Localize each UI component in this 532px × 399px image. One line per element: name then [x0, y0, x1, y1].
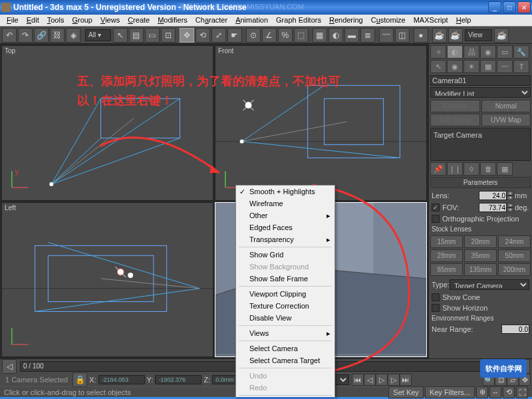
named-sets-button[interactable]: ▦	[313, 28, 327, 43]
stock-lens-button[interactable]: 50mm	[498, 249, 531, 262]
y-coord[interactable]	[155, 375, 201, 384]
context-menu-item[interactable]: Show Grid	[236, 249, 334, 261]
viewport-front[interactable]: Front	[215, 45, 427, 201]
select-button[interactable]: ↖	[113, 28, 128, 43]
tab-modify[interactable]: ◐	[447, 45, 463, 59]
stack-pin[interactable]: 📌	[430, 162, 446, 176]
normal-button[interactable]: Normal	[481, 100, 531, 112]
nav-dolly-button[interactable]: ↔	[489, 386, 501, 398]
close-button[interactable]: ✕	[517, 1, 531, 13]
showcone-checkbox[interactable]	[432, 293, 440, 301]
menu-character[interactable]: Character	[192, 15, 231, 26]
nav-orbit-button[interactable]: ⊕	[476, 386, 488, 398]
viewport-top[interactable]: Top y	[1, 45, 213, 201]
align-button[interactable]: ▬	[344, 28, 359, 43]
goto-start-button[interactable]: ⏮	[352, 374, 364, 386]
context-menu-item[interactable]: Texture Correction	[236, 300, 334, 312]
play-button[interactable]: ▷	[376, 374, 388, 386]
showhorizon-checkbox[interactable]	[432, 304, 440, 312]
fov-icon[interactable]	[432, 203, 440, 211]
subtab-4[interactable]: ▦	[480, 60, 496, 73]
spinner-snap-button[interactable]: ⬚	[294, 28, 309, 43]
mirror-button[interactable]: ◐	[329, 28, 343, 43]
tab-motion[interactable]: ◉	[480, 45, 496, 59]
object-name-field[interactable]	[430, 75, 531, 86]
curve-editor-button[interactable]: 〰	[379, 28, 394, 43]
stock-lens-button[interactable]: 28mm	[430, 249, 463, 262]
parameters-rollout[interactable]: Parameters	[430, 177, 531, 188]
quick-render-button[interactable]: ☕	[448, 28, 463, 43]
menu-tools[interactable]: Tools	[43, 15, 68, 26]
stock-lens-button[interactable]: 200mm	[498, 263, 531, 276]
stack-config[interactable]: ▦	[497, 162, 513, 176]
menu-help[interactable]: Help	[452, 15, 475, 26]
link-button[interactable]: 🔗	[34, 28, 49, 43]
modifier-list-dropdown[interactable]: Modifier List	[430, 87, 531, 98]
menu-group[interactable]: Group	[68, 15, 96, 26]
context-menu-item[interactable]: Wireframe	[236, 198, 334, 209]
tab-utilities[interactable]: 🔧	[513, 45, 529, 59]
context-menu-item[interactable]: Transparency	[236, 233, 334, 245]
x-coord[interactable]	[98, 375, 145, 384]
schematic-button[interactable]: ◫	[395, 28, 410, 43]
lock-button[interactable]: 🔒	[72, 372, 87, 387]
maximize-button[interactable]: □	[503, 1, 516, 13]
menu-maxscript[interactable]: MAXScript	[410, 15, 452, 26]
menu-views[interactable]: Views	[96, 15, 124, 26]
prev-frame-button[interactable]: ◁	[364, 374, 376, 386]
subtab-1[interactable]: ↖	[430, 60, 446, 73]
minimize-button[interactable]: _	[488, 1, 501, 13]
stock-lens-button[interactable]: 15mm	[430, 235, 463, 248]
select-region-button[interactable]: ▭	[145, 28, 160, 43]
fov-spin-down[interactable]: ▾	[507, 207, 513, 212]
context-menu-item[interactable]: Disable View	[236, 312, 334, 324]
fov-field[interactable]	[479, 203, 507, 212]
stock-lens-button[interactable]: 135mm	[464, 263, 497, 276]
context-menu-item[interactable]: Other	[236, 209, 334, 221]
percent-snap-button[interactable]: %	[278, 28, 293, 43]
menu-customize[interactable]: Customize	[367, 15, 410, 26]
menu-rendering[interactable]: Rendering	[325, 15, 367, 26]
modifier-stack[interactable]: Target Camera	[430, 128, 531, 161]
material-editor-button[interactable]: ●	[414, 28, 428, 43]
nav-roll-button[interactable]: ⟲	[503, 386, 515, 398]
lens-field[interactable]	[479, 191, 507, 200]
stock-lens-button[interactable]: 35mm	[464, 249, 497, 262]
rotate-button[interactable]: ⟲	[196, 28, 210, 43]
stack-unique[interactable]: ◊	[464, 162, 479, 176]
tab-hierarchy[interactable]: 品	[464, 45, 479, 59]
scale-button[interactable]: ⤢	[211, 28, 226, 43]
ortho-checkbox[interactable]	[432, 215, 440, 223]
context-menu-item[interactable]: Viewport Clipping	[236, 288, 334, 300]
context-menu-item[interactable]: Select Camera Target	[236, 354, 334, 366]
near-field[interactable]	[501, 325, 529, 334]
bind-button[interactable]: ◈	[66, 28, 80, 43]
context-menu-item[interactable]: Show Safe Frame	[236, 273, 334, 285]
manipulate-button[interactable]: ☛	[227, 28, 242, 43]
subtab-3[interactable]: ☀	[464, 60, 479, 73]
menu-animation[interactable]: Animation	[231, 15, 272, 26]
stock-lens-button[interactable]: 85mm	[430, 263, 463, 276]
layers-button[interactable]: ≣	[360, 28, 375, 43]
subtab-5[interactable]: 〰	[497, 60, 513, 73]
viewport-left[interactable]: Left	[1, 202, 213, 358]
stock-lens-button[interactable]: 20mm	[464, 235, 497, 248]
context-menu-item[interactable]: Smooth + Highlights	[236, 186, 334, 198]
render-scene-button[interactable]: ☕	[432, 28, 447, 43]
tab-display[interactable]: ▭	[497, 45, 513, 59]
context-menu-item[interactable]: Views	[236, 327, 334, 339]
move-button[interactable]: ✥	[180, 28, 194, 43]
time-config-button[interactable]: ◁	[2, 359, 17, 374]
subtab-6[interactable]: T	[513, 60, 529, 73]
context-menu-item[interactable]: Select Camera	[236, 342, 334, 354]
uvwmap-button[interactable]: UVW Map	[481, 114, 531, 126]
render-last-button[interactable]: ☕	[494, 28, 509, 43]
redo-button[interactable]: ↷	[18, 28, 33, 43]
menu-modifiers[interactable]: Modifiers	[154, 15, 192, 26]
window-crossing-button[interactable]: ⊡	[161, 28, 176, 43]
setkey-button[interactable]: Set Key	[388, 386, 424, 398]
camera-type-dropdown[interactable]: Target Camera	[450, 279, 529, 290]
render-type-dropdown[interactable]: View	[465, 29, 493, 41]
select-name-button[interactable]: ▤	[129, 28, 144, 43]
stack-show[interactable]: ❘❘	[447, 162, 463, 176]
